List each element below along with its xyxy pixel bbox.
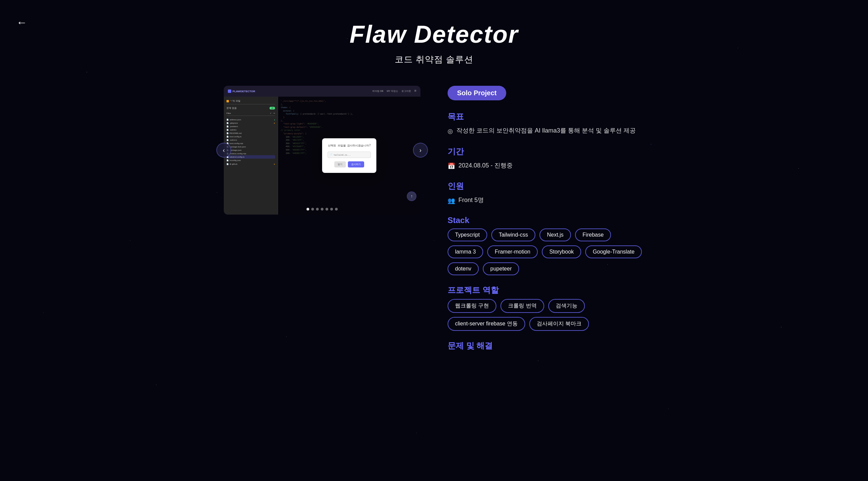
screenshot-mockup: FLAWDETECTOR 히어링 DB MY 저장소 로그아웃 ⊞ — [224, 86, 420, 215]
mockup-modal: 선택된 파일을 검사하시겠습니까? 📄 tailwind.co... 닫기 검사… — [322, 138, 376, 173]
tag-pupeteer: pupeteer — [483, 262, 519, 275]
back-icon: ← — [16, 16, 27, 28]
solo-badge: Solo Project — [448, 86, 644, 111]
carousel-dot-6[interactable] — [330, 208, 333, 211]
mockup-sidebar-icon — [226, 100, 229, 102]
mockup-file-item: 📄 .eslintrc — [226, 128, 275, 132]
page-title: Flaw Detector — [224, 20, 644, 48]
mockup-file-item: 📄 next.config.ts — [226, 135, 275, 138]
carousel-dot-5[interactable] — [326, 208, 328, 211]
mockup-file-item: 📄 .eslint.ts — [226, 138, 275, 142]
back-button[interactable]: ← — [14, 14, 30, 32]
mockup-files-icon-1: ✓ — [270, 112, 272, 114]
mockup-cancel-button[interactable]: 닫기 — [334, 161, 346, 167]
mockup-sidebar: '~'의 파일 문제 없음 23 Files ✓ ═ — [224, 97, 278, 215]
tag-dotenv: dotenv — [448, 262, 479, 275]
mockup-file-item: 📄 ⊕ github ★ — [226, 162, 275, 166]
mockup-file-count-label: 문제 없음 — [226, 106, 237, 110]
mockup-nav-item-2: MY 저장소 — [387, 89, 398, 93]
role-tags: 웹크롤링 구현 크롤링 번역 검색기능 client-server fireba… — [448, 299, 644, 331]
mockup-confirm-button[interactable]: 검사하기 — [348, 161, 364, 167]
mockup-nav-icon: ⊞ — [414, 89, 416, 93]
mockup-body: '~'의 파일 문제 없음 23 Files ✓ ═ — [224, 97, 420, 215]
mockup-files-icon-2: ═ — [274, 112, 275, 114]
page-container: Flaw Detector 코드 취약점 솔루션 ‹ FLAWDETECTOR — [197, 0, 671, 388]
goal-icon: ◎ — [448, 126, 453, 137]
goal-label: 목표 — [448, 111, 644, 122]
mockup-modal-title: 선택된 파일을 검사하시겠습니까? — [328, 144, 371, 148]
mockup-nav-item-3: 로그아웃 — [401, 89, 411, 93]
period-label: 기간 — [448, 146, 644, 157]
mockup-modal-filename: tailwind.co... — [334, 153, 351, 157]
mockup-modal-overlay: 선택된 파일을 검사하시겠습니까? 📄 tailwind.co... 닫기 검사… — [278, 97, 420, 215]
role-label: 프로젝트 역할 — [448, 285, 644, 296]
mockup-file-item: 📄 postcss.config.mjs — [226, 152, 275, 155]
role-tag-search: 검색기능 — [548, 299, 585, 313]
goal-text: 작성한 코드의 보안취약점을 AI llama3를 통해 분석 및 솔루션 제공 — [456, 125, 636, 136]
mockup-modal-buttons: 닫기 검사하기 — [328, 161, 371, 167]
carousel-dot-2[interactable] — [311, 208, 314, 211]
carousel-dot-1[interactable] — [307, 208, 309, 211]
mockup-sidebar-header: '~'의 파일 — [226, 99, 275, 104]
team-label: 인원 — [448, 181, 644, 192]
period-text: 2024.08.05 - 진행중 — [458, 160, 513, 171]
tag-googletranslate: Google-Translate — [585, 245, 642, 258]
mockup-logo-text: FLAWDETECTOR — [233, 90, 255, 93]
scroll-top-button[interactable]: ↑ — [407, 192, 416, 201]
carousel-dot-7[interactable] — [335, 208, 338, 211]
carousel-dot-4[interactable] — [321, 208, 323, 211]
role-tag-bookmark: 검사페이지 북마크 — [529, 317, 589, 331]
team-text: Front 5명 — [458, 195, 484, 205]
project-subtitle: 코드 취약점 솔루션 — [224, 54, 644, 65]
mockup-file-item: 📄 package.json — [226, 148, 275, 152]
people-icon: 👥 — [448, 196, 455, 206]
goal-content: ◎ 작성한 코드의 보안취약점을 AI llama3를 통해 분석 및 솔루션 … — [448, 125, 644, 137]
mockup-file-item: 📄 address.json ● — [226, 118, 275, 121]
calendar-icon: 📅 — [448, 161, 455, 172]
content-layout: ‹ FLAWDETECTOR 히어링 DB MY 저장소 로그아웃 — [224, 86, 644, 361]
carousel-next-button[interactable]: › — [413, 143, 428, 158]
carousel-dots — [307, 208, 338, 211]
stack-section: Stack Typescript Tailwind-css Next.js Fi… — [448, 216, 644, 275]
mockup-file-item: 📄 package-lock.json — [226, 145, 275, 148]
carousel-dot-3[interactable] — [316, 208, 319, 211]
tag-llama3: lamma 3 — [448, 245, 483, 258]
mockup-file-item: 📄 README.md — [226, 132, 275, 135]
carousel-container: FLAWDETECTOR 히어링 DB MY 저장소 로그아웃 ⊞ — [224, 86, 420, 215]
stack-label: Stack — [448, 216, 644, 225]
info-section: Solo Project 목표 ◎ 작성한 코드의 보안취약점을 AI llam… — [448, 86, 644, 361]
team-content: 👥 Front 5명 — [448, 195, 644, 206]
role-section: 프로젝트 역할 웹크롤링 구현 크롤링 번역 검색기능 client-serve… — [448, 285, 644, 331]
mockup-files-header-row: Files ✓ ═ — [226, 112, 275, 116]
mockup-file-count-badge: 23 — [270, 107, 275, 109]
carousel-section: ‹ FLAWDETECTOR 히어링 DB MY 저장소 로그아웃 — [224, 86, 420, 215]
mockup-file-count-row: 문제 없음 23 — [226, 106, 275, 110]
role-tag-firebase: client-server firebase 연동 — [448, 317, 525, 331]
period-content: 📅 2024.08.05 - 진행중 — [448, 160, 644, 172]
tag-framermotion: Framer-motion — [487, 245, 538, 258]
tag-tailwindcss: Tailwind-css — [491, 228, 535, 241]
tag-storybook: Storybook — [542, 245, 581, 258]
mockup-modal-file: 📄 tailwind.co... — [328, 152, 371, 158]
issues-label: 문제 및 해결 — [448, 340, 644, 351]
mockup-topbar-nav: 히어링 DB MY 저장소 로그아웃 ⊞ — [372, 89, 416, 93]
carousel-prev-button[interactable]: ‹ — [216, 143, 231, 158]
tag-typescript: Typescript — [448, 228, 487, 241]
tag-nextjs: Next.js — [539, 228, 571, 241]
mockup-nav-item-1: 히어링 DB — [372, 89, 383, 93]
mockup-logo: FLAWDETECTOR — [228, 89, 255, 93]
mockup-code-area: './src/app/**/*.{js,ts,jsx,tsx,mdx}', },… — [278, 97, 420, 215]
tag-firebase: Firebase — [575, 228, 611, 241]
mockup-file-item: 📄 .prettierrc — [226, 125, 275, 128]
mockup-file-item-active: 📄 tailwind.config.ts — [226, 155, 275, 159]
issues-section: 문제 및 해결 — [448, 340, 644, 351]
role-tag-crawlingtranslation: 크롤링 번역 — [500, 299, 544, 313]
mockup-file-item: 📄 .gitignore ★ — [226, 121, 275, 125]
mockup-file-item: 📄 next.config.mjs — [226, 142, 275, 145]
solo-badge-label: Solo Project — [448, 86, 506, 100]
mockup-topbar: FLAWDETECTOR 히어링 DB MY 저장소 로그아웃 ⊞ — [224, 86, 420, 97]
role-tag-webcrawling: 웹크롤링 구현 — [448, 299, 496, 313]
mockup-files-label: Files — [226, 112, 231, 114]
team-section: 인원 👥 Front 5명 — [448, 181, 644, 206]
goal-section: 목표 ◎ 작성한 코드의 보안취약점을 AI llama3를 통해 분석 및 솔… — [448, 111, 644, 137]
